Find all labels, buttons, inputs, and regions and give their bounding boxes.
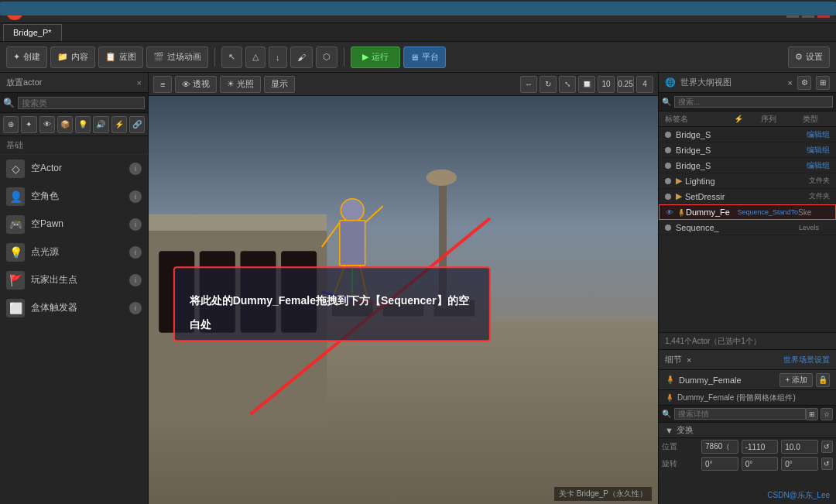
settings-button[interactable]: ⚙ 设置 <box>788 46 830 68</box>
actor-tool-5[interactable]: 💡 <box>75 116 91 133</box>
pos-y-field[interactable]: -1110 <box>742 440 779 454</box>
outliner-search-input[interactable] <box>674 96 833 108</box>
show-btn[interactable]: 显示 <box>264 76 295 93</box>
reset-rot-btn[interactable]: ↺ <box>821 458 833 470</box>
perspective-btn[interactable]: 👁 透视 <box>175 76 217 93</box>
run-button[interactable]: ▶ 运行 <box>351 46 400 68</box>
actor-category: 基础 <box>0 136 148 155</box>
landscape-tool[interactable]: △ <box>245 46 266 68</box>
add-component-btn[interactable]: + 添加 <box>779 373 813 387</box>
details-star-btn[interactable]: ☆ <box>821 408 833 420</box>
rotate-tool[interactable]: ↻ <box>540 76 557 93</box>
lock-btn[interactable]: 🔒 <box>816 373 830 387</box>
eye-icon[interactable]: 👁 <box>666 208 673 217</box>
svg-text:白处: 白处 <box>190 318 211 331</box>
reset-pos-btn[interactable]: ↺ <box>821 441 833 453</box>
outliner-sequence[interactable]: Sequence_ Levels <box>659 220 836 235</box>
expand-icon: ▼ <box>665 426 673 435</box>
lighting-btn[interactable]: ☀ 光照 <box>220 76 261 93</box>
details-close[interactable]: × <box>687 355 691 365</box>
outliner-items: Bridge_S 编辑组 Bridge_S 编辑组 Bridge_S 编辑组 ▶… <box>659 127 836 332</box>
pawn-actor-info[interactable]: i <box>129 218 142 231</box>
actor-point-light[interactable]: 💡 点光源 i <box>0 238 148 266</box>
actor-tool-8[interactable]: 🔗 <box>129 116 145 133</box>
outliner-bridge-s-1[interactable]: Bridge_S 编辑组 <box>659 127 836 142</box>
dot-7 <box>665 225 671 231</box>
viewport-status: 关卡 Bridge_P（永久性） <box>554 487 652 501</box>
box-trigger-icon: ⬜ <box>6 299 25 317</box>
pos-z-field[interactable]: 10.0 <box>781 440 818 454</box>
outliner-dummy-female[interactable]: 👁 🧍 Dummy_Fe Sequence_StandTo Ske <box>659 204 836 220</box>
position-label: 位置 <box>662 441 698 452</box>
outliner-title: 世界大纲视图 <box>680 77 732 88</box>
folder-icon-2: ▶ <box>676 191 682 201</box>
pos-x-field[interactable]: 7860（ <box>701 440 738 454</box>
actor-player-start[interactable]: 🚩 玩家出生点 i <box>0 266 148 294</box>
world-settings-btn[interactable]: 世界场景设置 <box>783 355 830 364</box>
player-start-info[interactable]: i <box>129 274 142 286</box>
empty-actor-info[interactable]: i <box>129 163 142 175</box>
rot-z-field[interactable]: 0° <box>781 457 818 471</box>
actor-tool-3[interactable]: 👁 <box>39 116 55 133</box>
viewport[interactable]: 将此处的Dummy_Female拖拽到下方【Sequencer】的空 白处 关卡… <box>149 96 658 504</box>
actor-tool-1[interactable]: ⊕ <box>3 116 19 133</box>
translate-tool[interactable]: ↔ <box>520 76 537 93</box>
snap-toggle[interactable]: 🔲 <box>578 76 595 93</box>
outliner-settings[interactable]: ⚙ <box>797 76 811 90</box>
point-light-name: 点光源 <box>31 245 123 259</box>
place-actors-close[interactable]: × <box>137 78 142 87</box>
foliage-tool[interactable]: ↓ <box>269 46 287 68</box>
svg-rect-7 <box>149 214 327 231</box>
point-light-info[interactable]: i <box>129 246 142 259</box>
details-grid-btn[interactable]: ⊞ <box>806 408 818 420</box>
details-panel: 细节 × 世界场景设置 🧍 Dummy_Female + 添加 🔒 🧍 Dumm… <box>659 349 836 504</box>
mesh-paint-tool[interactable]: 🖌 <box>290 46 313 68</box>
blueprint-button[interactable]: 📋 蓝图 <box>98 46 143 68</box>
actor-tool-6[interactable]: 🔊 <box>93 116 108 133</box>
details-sub-item: 🧍 Dummy_Female (骨骼网格体组件) <box>659 390 836 406</box>
outliner-footer: 1,441个Actor（已选中1个） <box>659 332 836 349</box>
outliner-search: 🔍 <box>659 93 836 111</box>
transform-header: ▼ 变换 <box>659 423 836 438</box>
outliner-options[interactable]: ⊞ <box>816 76 830 90</box>
dot-2 <box>665 147 671 153</box>
scale-tool[interactable]: ⤡ <box>559 76 576 93</box>
actor-empty[interactable]: ◇ 空Actor i <box>0 155 148 183</box>
create-button[interactable]: ✦ 创建 <box>6 46 47 68</box>
actor-tool-4[interactable]: 📦 <box>57 116 73 133</box>
snap-scale[interactable]: 0.25 <box>617 76 634 93</box>
outliner-bridge-s-2[interactable]: Bridge_S 编辑组 <box>659 142 836 158</box>
outliner-setdress[interactable]: ▶ SetDressir 文件夹 <box>659 189 836 204</box>
search-icon: 🔍 <box>3 98 15 108</box>
actor-tool-2[interactable]: ✦ <box>21 116 36 133</box>
actor-pawn[interactable]: 🎮 空Pawn i <box>0 211 148 238</box>
actor-box-trigger[interactable]: ⬜ 盒体触发器 i <box>0 294 148 322</box>
content-icon: 📁 <box>57 52 68 62</box>
rotation-row: 旋转 0° 0° 0° ↺ <box>659 455 836 472</box>
content-button[interactable]: 📁 内容 <box>50 46 95 68</box>
character-actor-info[interactable]: i <box>129 190 142 203</box>
tab-bridge[interactable]: Bridge_P* <box>3 24 62 41</box>
place-actors-header: 放置actor × <box>0 73 148 93</box>
search-icon2: 🔍 <box>662 410 671 418</box>
svg-point-12 <box>427 170 457 186</box>
rot-x-field[interactable]: 0° <box>701 457 738 471</box>
geometry-edit-tool[interactable]: ⬡ <box>316 46 337 68</box>
actor-search-input[interactable] <box>18 97 145 109</box>
character-actor-name: 空角色 <box>31 190 123 203</box>
outliner-lighting[interactable]: ▶ Lighting 文件夹 <box>659 173 836 189</box>
folder-icon-1: ▶ <box>676 176 682 186</box>
box-trigger-info[interactable]: i <box>129 302 142 314</box>
select-tool[interactable]: ↖ <box>221 46 242 68</box>
actor-character[interactable]: 👤 空角色 i <box>0 183 148 211</box>
cinematics-button[interactable]: 🎬 过场动画 <box>146 46 208 68</box>
viewport-menu-btn[interactable]: ≡ <box>153 76 172 93</box>
details-search-input[interactable] <box>674 408 806 420</box>
outliner-bridge-s-3[interactable]: Bridge_S 编辑组 <box>659 158 836 173</box>
platform-button[interactable]: 🖥 平台 <box>403 46 446 68</box>
snap-angle[interactable]: 10 <box>598 76 615 93</box>
camera-speed[interactable]: 4 <box>636 76 653 93</box>
outliner-close[interactable]: × <box>788 78 793 87</box>
rot-y-field[interactable]: 0° <box>742 457 779 471</box>
actor-tool-7[interactable]: ⚡ <box>111 116 127 133</box>
